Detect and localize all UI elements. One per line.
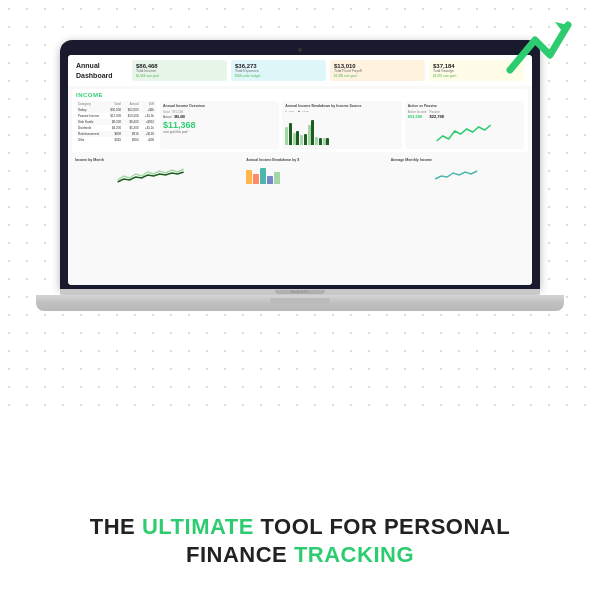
webcam [298,48,302,52]
laptop-screen-outer: Annual Dashboard $86,468 Total Income $1… [60,40,540,289]
active-income-title: Active vs Passive [408,104,521,108]
breakdown-chart-title: Annual Income Breakdown by Income Source [285,104,398,108]
bottom-line2-highlight: TRACKING [294,542,414,567]
stat-sub-income: $1,564 over goal ↑ [136,74,223,78]
bar-group [300,134,307,145]
avg-monthly-sparkline [391,164,525,184]
avg-monthly-chart: Average Monthly Income [388,155,528,187]
laptop-brand: MacBook Pro [275,290,325,294]
sparkline-area [408,121,521,146]
income-by-month-chart: Income by Month [72,155,239,187]
income-section: INCOME Category Goal Actual Dif [72,89,528,152]
bottom-line1-highlight: ULTIMATE [142,514,254,539]
laptop-screen: Annual Dashboard $86,468 Total Income $1… [68,55,532,285]
laptop-base-inner [270,298,330,304]
laptop-base [36,295,564,311]
dashboard-title: Annual Dashboard [76,61,126,79]
stat-card-payoff: $13,010 Total Fixed Payoff $1,068 over g… [330,60,425,81]
bar-group [323,138,330,145]
stat-card-expenses: $36,273 Total Expenses $568 under budget… [231,60,326,81]
over-goal-number: $11,368 [163,120,276,130]
table-row: Gifts$345$384+$39 [76,137,156,143]
overview-actual: Actual $86,468 [163,115,276,119]
laptop: Annual Dashboard $86,468 Total Income $1… [60,40,540,311]
bar-group [293,131,300,145]
breakdown-legend: ■Goal ■Actual [285,110,398,113]
passive-val: $22,788 [430,114,444,119]
avg-monthly-title: Average Monthly Income [391,158,525,162]
bottom-charts-row: Income by Month Annual Income Breakdown … [72,155,528,187]
bar-actual [296,131,299,145]
active-income-chart: Active vs Passive Active Income $53,680 … [405,101,524,149]
stat-cards: $86,468 Total Income $1,564 over goal ↑ … [132,60,524,81]
bottom-line-2: FINANCE TRACKING [20,541,580,570]
income-table: Category Goal Actual Diff Salary$50,000$… [76,101,156,149]
bar-actual [289,123,292,145]
stat-label-income: Total Income [136,69,223,73]
charts-area: Annual Income Overview Goal $75,100 Actu… [160,101,524,149]
active-val: $53,680 [408,114,427,119]
income-by-month-title: Income by Month [75,158,236,162]
table-cell: +$39 [141,137,156,143]
bar-actual [304,134,307,145]
bar-goal [315,137,318,145]
by-s-title: Annual Income Breakdown by $ [246,158,380,162]
bar-group [308,120,315,145]
bottom-text-area: THE ULTIMATE TOOL FOR PERSONAL FINANCE T… [0,513,600,570]
stat-label-payoff: Total Fixed Payoff [334,69,421,73]
stat-sub-payoff: $1,068 over goal ↑ [334,74,421,78]
bar-actual [326,138,329,145]
active-income-values: Active Income $53,680 Passive $22,788 [408,110,521,119]
table-cell: $345 [106,137,123,143]
table-cell: $384 [123,137,140,143]
stat-label-expenses: Total Expenses [235,69,322,73]
dashboard: Annual Dashboard $86,468 Total Income $1… [68,55,532,285]
breakdown-bars [285,115,398,145]
overview-chart: Annual Income Overview Goal $75,100 Actu… [160,101,279,149]
bottom-line1-end: TOOL FOR PERSONAL [254,514,510,539]
by-s-bars [246,164,380,184]
bar-group [315,137,322,145]
stat-card-income: $86,468 Total Income $1,564 over goal ↑ [132,60,227,81]
bar-actual [319,138,322,145]
stat-sub-expenses: $568 under budget ↓ [235,74,322,78]
bottom-line1-normal: THE [90,514,142,539]
month-sparkline [75,164,236,184]
bar-goal [300,135,303,145]
over-goal-label: over goal this year! [163,130,276,134]
income-body: Category Goal Actual Diff Salary$50,000$… [76,101,524,149]
bar-goal [285,127,288,145]
overview-chart-title: Annual Income Overview [163,104,276,108]
breakdown-chart: Annual Income Breakdown by Income Source… [282,101,401,149]
bar-actual [311,120,314,145]
income-section-title: INCOME [76,92,524,98]
overview-labels: Goal $75,100 [163,110,276,114]
bottom-line-1: THE ULTIMATE TOOL FOR PERSONAL [20,513,580,542]
trending-arrow-icon [500,10,580,94]
table-cell: Gifts [76,137,106,143]
by-s-chart: Annual Income Breakdown by $ [243,155,383,187]
bar-group [285,123,292,145]
bottom-line2-normal: FINANCE [186,542,294,567]
dash-header: Annual Dashboard $86,468 Total Income $1… [68,55,532,86]
